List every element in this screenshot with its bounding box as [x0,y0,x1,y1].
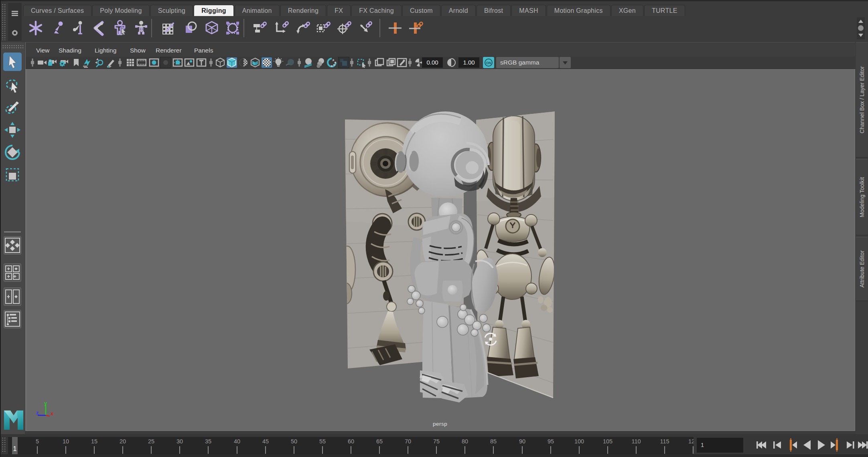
svg-text:y: y [44,400,47,406]
svg-text:x: x [51,410,54,417]
svg-text:z: z [36,410,39,416]
svg-text:ON: ON [486,61,491,65]
